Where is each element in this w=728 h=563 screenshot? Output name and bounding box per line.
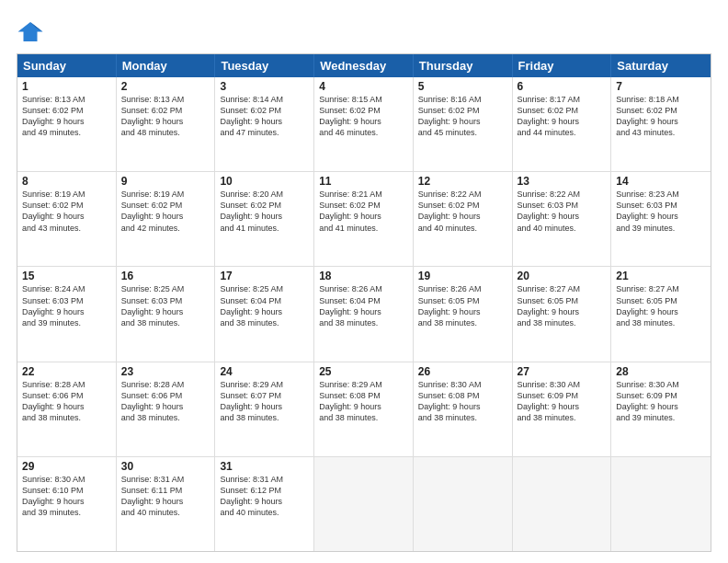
header-day-sunday: Sunday [17,54,117,77]
svg-marker-0 [18,22,43,41]
cell-info: Sunrise: 8:23 AMSunset: 6:03 PMDaylight:… [616,189,706,234]
calendar-cell: 29Sunrise: 8:30 AMSunset: 6:10 PMDayligh… [17,457,117,551]
calendar-cell: 2Sunrise: 8:13 AMSunset: 6:02 PMDaylight… [117,77,216,171]
cell-info: Sunrise: 8:28 AMSunset: 6:06 PMDaylight:… [121,379,210,424]
calendar-cell: 23Sunrise: 8:28 AMSunset: 6:06 PMDayligh… [117,362,216,456]
day-number: 31 [220,460,309,473]
calendar-cell: 12Sunrise: 8:22 AMSunset: 6:02 PMDayligh… [414,172,513,266]
calendar-row-0: 1Sunrise: 8:13 AMSunset: 6:02 PMDaylight… [17,77,711,172]
calendar-cell: 6Sunrise: 8:17 AMSunset: 6:02 PMDaylight… [513,77,612,171]
calendar-cell [611,457,711,551]
cell-info: Sunrise: 8:13 AMSunset: 6:02 PMDaylight:… [121,94,210,139]
cell-info: Sunrise: 8:19 AMSunset: 6:02 PMDaylight:… [121,189,210,234]
calendar-header: SundayMondayTuesdayWednesdayThursdayFrid… [17,54,711,77]
calendar-cell: 8Sunrise: 8:19 AMSunset: 6:02 PMDaylight… [17,172,117,266]
header-day-friday: Friday [513,54,612,77]
day-number: 19 [418,270,507,282]
calendar-row-3: 22Sunrise: 8:28 AMSunset: 6:06 PMDayligh… [17,362,711,457]
day-number: 3 [220,80,309,93]
calendar-cell [314,457,414,551]
cell-info: Sunrise: 8:22 AMSunset: 6:03 PMDaylight:… [518,189,607,234]
calendar-cell: 9Sunrise: 8:19 AMSunset: 6:02 PMDaylight… [117,172,216,266]
cell-info: Sunrise: 8:30 AMSunset: 6:10 PMDaylight:… [22,474,111,519]
cell-info: Sunrise: 8:13 AMSunset: 6:02 PMDaylight:… [22,94,111,139]
day-number: 26 [418,365,507,378]
cell-info: Sunrise: 8:17 AMSunset: 6:02 PMDaylight:… [518,94,607,139]
calendar-cell: 20Sunrise: 8:27 AMSunset: 6:05 PMDayligh… [513,267,612,361]
day-number: 30 [121,460,210,473]
day-number: 2 [121,80,210,93]
calendar-cell: 7Sunrise: 8:18 AMSunset: 6:02 PMDaylight… [611,77,711,171]
calendar-cell [513,457,612,551]
cell-info: Sunrise: 8:25 AMSunset: 6:03 PMDaylight:… [121,283,210,328]
header [17,17,711,44]
logo [17,17,48,44]
calendar-cell: 21Sunrise: 8:27 AMSunset: 6:05 PMDayligh… [611,267,711,361]
cell-info: Sunrise: 8:24 AMSunset: 6:03 PMDaylight:… [22,283,111,328]
cell-info: Sunrise: 8:30 AMSunset: 6:08 PMDaylight:… [418,379,507,424]
calendar-cell: 22Sunrise: 8:28 AMSunset: 6:06 PMDayligh… [17,362,117,456]
day-number: 25 [319,365,408,378]
calendar-cell: 24Sunrise: 8:29 AMSunset: 6:07 PMDayligh… [215,362,314,456]
page: SundayMondayTuesdayWednesdayThursdayFrid… [0,0,728,563]
day-number: 7 [616,80,706,93]
day-number: 22 [22,365,111,378]
calendar-cell: 26Sunrise: 8:30 AMSunset: 6:08 PMDayligh… [414,362,513,456]
cell-info: Sunrise: 8:26 AMSunset: 6:04 PMDaylight:… [319,283,408,328]
cell-info: Sunrise: 8:29 AMSunset: 6:07 PMDaylight:… [220,379,309,424]
calendar-cell: 28Sunrise: 8:30 AMSunset: 6:09 PMDayligh… [611,362,711,456]
cell-info: Sunrise: 8:26 AMSunset: 6:05 PMDaylight:… [418,283,507,328]
day-number: 14 [616,175,706,188]
calendar-cell: 4Sunrise: 8:15 AMSunset: 6:02 PMDaylight… [314,77,414,171]
calendar-cell: 25Sunrise: 8:29 AMSunset: 6:08 PMDayligh… [314,362,414,456]
day-number: 4 [319,80,408,93]
cell-info: Sunrise: 8:20 AMSunset: 6:02 PMDaylight:… [220,189,309,234]
day-number: 15 [22,270,111,282]
calendar-cell: 5Sunrise: 8:16 AMSunset: 6:02 PMDaylight… [414,77,513,171]
calendar-body: 1Sunrise: 8:13 AMSunset: 6:02 PMDaylight… [17,77,711,551]
day-number: 6 [518,80,607,93]
day-number: 20 [518,270,607,282]
day-number: 11 [319,175,408,188]
calendar-cell: 27Sunrise: 8:30 AMSunset: 6:09 PMDayligh… [513,362,612,456]
day-number: 18 [319,270,408,282]
day-number: 9 [121,175,210,188]
calendar-row-1: 8Sunrise: 8:19 AMSunset: 6:02 PMDaylight… [17,172,711,267]
calendar-cell: 13Sunrise: 8:22 AMSunset: 6:03 PMDayligh… [513,172,612,266]
calendar-cell [414,457,513,551]
calendar-cell: 14Sunrise: 8:23 AMSunset: 6:03 PMDayligh… [611,172,711,266]
day-number: 27 [518,365,607,378]
calendar-cell: 15Sunrise: 8:24 AMSunset: 6:03 PMDayligh… [17,267,117,361]
calendar-cell: 11Sunrise: 8:21 AMSunset: 6:02 PMDayligh… [314,172,414,266]
calendar-cell: 19Sunrise: 8:26 AMSunset: 6:05 PMDayligh… [414,267,513,361]
logo-icon [17,17,44,44]
day-number: 23 [121,365,210,378]
cell-info: Sunrise: 8:31 AMSunset: 6:12 PMDaylight:… [220,474,309,519]
cell-info: Sunrise: 8:14 AMSunset: 6:02 PMDaylight:… [220,94,309,139]
cell-info: Sunrise: 8:21 AMSunset: 6:02 PMDaylight:… [319,189,408,234]
calendar-cell: 10Sunrise: 8:20 AMSunset: 6:02 PMDayligh… [215,172,314,266]
calendar-cell: 16Sunrise: 8:25 AMSunset: 6:03 PMDayligh… [117,267,216,361]
calendar-row-2: 15Sunrise: 8:24 AMSunset: 6:03 PMDayligh… [17,267,711,362]
cell-info: Sunrise: 8:31 AMSunset: 6:11 PMDaylight:… [121,474,210,519]
cell-info: Sunrise: 8:29 AMSunset: 6:08 PMDaylight:… [319,379,408,424]
header-day-tuesday: Tuesday [215,54,314,77]
calendar-cell: 17Sunrise: 8:25 AMSunset: 6:04 PMDayligh… [215,267,314,361]
cell-info: Sunrise: 8:19 AMSunset: 6:02 PMDaylight:… [22,189,111,234]
cell-info: Sunrise: 8:27 AMSunset: 6:05 PMDaylight:… [616,283,706,328]
header-day-wednesday: Wednesday [314,54,414,77]
cell-info: Sunrise: 8:15 AMSunset: 6:02 PMDaylight:… [319,94,408,139]
header-day-monday: Monday [117,54,216,77]
cell-info: Sunrise: 8:30 AMSunset: 6:09 PMDaylight:… [518,379,607,424]
calendar-cell: 1Sunrise: 8:13 AMSunset: 6:02 PMDaylight… [17,77,117,171]
day-number: 1 [22,80,111,93]
day-number: 17 [220,270,309,282]
day-number: 5 [418,80,507,93]
calendar-cell: 18Sunrise: 8:26 AMSunset: 6:04 PMDayligh… [314,267,414,361]
header-day-saturday: Saturday [611,54,711,77]
header-day-thursday: Thursday [414,54,513,77]
cell-info: Sunrise: 8:30 AMSunset: 6:09 PMDaylight:… [616,379,706,424]
day-number: 10 [220,175,309,188]
calendar: SundayMondayTuesdayWednesdayThursdayFrid… [17,53,711,552]
day-number: 8 [22,175,111,188]
